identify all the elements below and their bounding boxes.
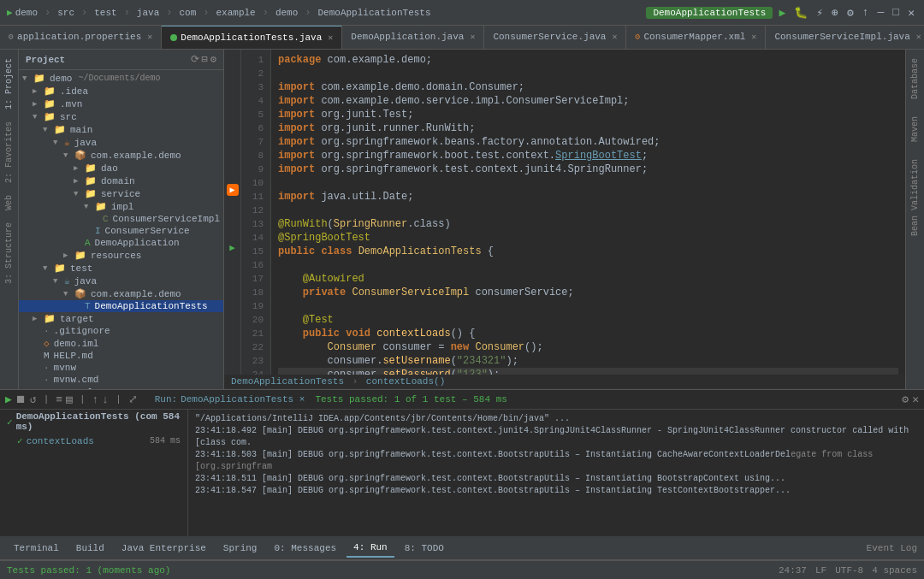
run-class-button[interactable]: ▶ xyxy=(227,184,239,196)
tree-item-impl[interactable]: ▼ 📁 impl xyxy=(19,200,223,213)
tab-application-properties[interactable]: ⚙ application.properties ✕ xyxy=(0,26,162,49)
tree-item-test[interactable]: ▼ 📁 test xyxy=(19,262,223,275)
tab-demo-application-tests[interactable]: DemoApplicationTests.java ✕ xyxy=(162,26,342,49)
bottom-run-button[interactable]: ▶ xyxy=(5,393,12,406)
tree-item-gitignore[interactable]: · .gitignore xyxy=(19,325,223,337)
tree-item-idea[interactable]: ▶ 📁 .idea xyxy=(19,85,223,97)
tree-item-com-example-demo[interactable]: ▼ 📦 com.example.demo xyxy=(19,149,223,162)
code-line-17: @Autowired xyxy=(278,272,898,286)
bottom-left-tree: ✓ DemoApplicationTests (com 584 ms) ✓ co… xyxy=(0,410,188,536)
tree-item-help-md[interactable]: M HELP.md xyxy=(19,350,223,362)
tree-item-resources[interactable]: ▶ 📁 resources xyxy=(19,249,223,262)
tree-item-domain[interactable]: ▶ 📁 domain xyxy=(19,174,223,187)
tab-consumer-mapper[interactable]: ⚙ ConsumerMapper.xml ✕ xyxy=(626,26,766,49)
maximize-button[interactable]: □ xyxy=(890,5,902,20)
profile-button[interactable]: ⊕ xyxy=(829,5,841,21)
folder-icon: 📁 xyxy=(44,86,56,97)
close-button[interactable]: ✕ xyxy=(905,5,917,21)
right-tab-bean-validation[interactable]: Bean Validation xyxy=(909,154,921,241)
bottom-rerun-button[interactable]: ↺ xyxy=(30,393,37,406)
tree-item-mvnw-cmd[interactable]: · mvnw.cmd xyxy=(19,374,223,386)
minimize-button[interactable]: — xyxy=(875,5,887,20)
settings-button[interactable]: ⚙ xyxy=(844,5,856,21)
folder-icon: 📁 xyxy=(85,188,97,199)
left-vtab-project[interactable]: 1: Project xyxy=(3,53,15,115)
left-vtab-favorites[interactable]: 2: Favorites xyxy=(3,116,15,188)
bottom-config-name[interactable]: DemoApplicationTests × xyxy=(181,394,305,405)
bottom-tree-root[interactable]: ✓ DemoApplicationTests (com 584 ms) xyxy=(0,410,187,434)
tab-consumer-service-impl[interactable]: ConsumerServiceImpl.java ✕ xyxy=(766,26,924,49)
tab-demo-application[interactable]: DemoApplication.java ✕ xyxy=(342,26,484,49)
tree-item-target[interactable]: ▶ 📁 target xyxy=(19,312,223,325)
package-icon: 📦 xyxy=(74,150,86,161)
tree-item-mvnw[interactable]: · mvnw xyxy=(19,362,223,374)
left-vtab-structure[interactable]: 3: Structure xyxy=(3,217,15,289)
bottom-close-button[interactable]: ✕ xyxy=(912,393,919,406)
status-indent[interactable]: 4 spaces xyxy=(872,565,917,576)
tree-item-com-example-demo-test[interactable]: ▼ 📦 com.example.demo xyxy=(19,287,223,300)
bottom-run-name[interactable]: Run: xyxy=(155,394,177,405)
right-tab-database[interactable]: Database xyxy=(909,53,921,104)
tree-item-java-main[interactable]: ▼ ☕ java xyxy=(19,136,223,149)
sidebar-icon-gear[interactable]: ⚙ xyxy=(210,53,216,66)
status-lf[interactable]: LF xyxy=(815,565,826,576)
tree-item-dao[interactable]: ▶ 📁 dao xyxy=(19,162,223,174)
bottom-tab-terminal[interactable]: Terminal xyxy=(7,540,66,557)
run-button[interactable]: ▶ xyxy=(776,5,788,21)
log-line-3: 23:41:18.511 [main] DEBUG org.springfram… xyxy=(195,473,917,485)
status-line-col[interactable]: 24:37 xyxy=(779,565,807,576)
code-line-13: @RunWith(SpringRunner.class) xyxy=(278,217,898,231)
breadcrumb-example: example xyxy=(216,8,255,18)
bottom-tab-run[interactable]: 4: Run xyxy=(346,539,394,558)
tree-item-demo-application[interactable]: A DemoApplication xyxy=(19,237,223,249)
bottom-tab-java-enterprise[interactable]: Java Enterprise xyxy=(115,540,213,557)
code-line-21: public void contextLoads() { xyxy=(278,327,898,340)
tree-item-consumer-service[interactable]: I ConsumerService xyxy=(19,225,223,237)
bottom-stop-button[interactable]: ⏹ xyxy=(15,393,27,406)
md-icon: M xyxy=(44,351,50,361)
bottom-tab-todo[interactable]: 8: TODO xyxy=(398,540,451,557)
right-tabs: Database Maven Bean Validation xyxy=(905,50,924,389)
bottom-sort-button[interactable]: ≡ xyxy=(56,393,62,406)
tree-item-consumer-service-impl[interactable]: C ConsumerServiceImpl xyxy=(19,213,223,225)
sidebar-icon-refresh[interactable]: ⟳ xyxy=(191,53,199,66)
sidebar-toolbar: ⟳ ⊟ ⚙ xyxy=(191,53,216,66)
tree-item-java-test[interactable]: ▼ ☕ java xyxy=(19,275,223,287)
tree-item-src[interactable]: ▼ 📁 src xyxy=(19,110,223,123)
vcs-update[interactable]: ↑ xyxy=(860,5,872,20)
tree-item-demo[interactable]: ▼ 📁 demo ~/Documents/demo xyxy=(19,72,223,85)
left-vtab-web[interactable]: Web xyxy=(3,190,15,216)
folder-icon: 📁 xyxy=(85,162,97,174)
tree-item-main[interactable]: ▼ 📁 main xyxy=(19,123,223,136)
bottom-down-button[interactable]: ↓ xyxy=(102,393,109,406)
code-content[interactable]: package com.example.demo; import com.exa… xyxy=(271,50,905,375)
code-line-5: import org.junit.Test; xyxy=(278,108,898,121)
bottom-right-log[interactable]: "/Applications/IntelliJ IDEA.app/Content… xyxy=(188,410,924,536)
status-encoding[interactable]: UTF-8 xyxy=(835,565,863,576)
tree-item-mvn[interactable]: ▶ 📁 .mvn xyxy=(19,97,223,110)
tree-item-demo-application-tests[interactable]: T DemoApplicationTests xyxy=(19,300,223,312)
bottom-filter-button[interactable]: ▤ xyxy=(66,393,73,406)
debug-button[interactable]: 🐛 xyxy=(791,5,810,21)
bottom-up-button[interactable]: ↑ xyxy=(92,393,99,406)
right-tab-maven[interactable]: Maven xyxy=(909,111,921,147)
tree-item-demo-iml[interactable]: ◇ demo.iml xyxy=(19,337,223,350)
code-line-4: import com.example.demo.service.impl.Con… xyxy=(278,94,898,108)
bottom-settings-gear[interactable]: ⚙ xyxy=(902,393,909,406)
bottom-tab-messages[interactable]: 0: Messages xyxy=(267,540,343,557)
bottom-tab-build[interactable]: Build xyxy=(69,540,111,557)
log-line-2: 23:41:18.503 [main] DEBUG org.springfram… xyxy=(195,449,917,473)
tab-consumer-service[interactable]: ConsumerService.java ✕ xyxy=(484,26,626,49)
run-with-coverage[interactable]: ⚡ xyxy=(814,5,826,21)
breadcrumb-com: com xyxy=(179,8,196,18)
sidebar: Project ⟳ ⊟ ⚙ ▼ 📁 demo ~/Documents/demo … xyxy=(19,50,224,389)
bottom-expand-button[interactable]: ⤢ xyxy=(128,393,138,406)
run-method-button[interactable]: ▶ xyxy=(229,242,235,253)
event-log-link[interactable]: Event Log xyxy=(867,543,917,553)
tree-item-service[interactable]: ▼ 📁 service xyxy=(19,187,223,200)
bottom-tree-item[interactable]: ✓ contextLoads 584 ms xyxy=(0,434,187,448)
bottom-tab-spring[interactable]: Spring xyxy=(216,540,264,557)
sidebar-icon-collapse[interactable]: ⊟ xyxy=(202,53,208,66)
code-line-24: consumer.setPassword("123"); xyxy=(278,368,898,375)
top-icons: DemoApplicationTests ▶ 🐛 ⚡ ⊕ ⚙ ↑ — □ ✕ xyxy=(646,5,917,21)
